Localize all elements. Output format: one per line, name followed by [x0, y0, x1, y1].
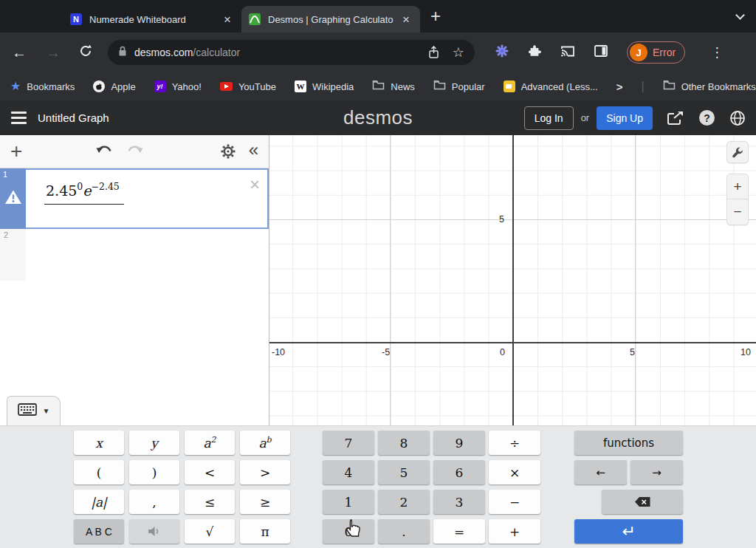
- warning-icon[interactable]: [4, 189, 22, 208]
- key-open-paren[interactable]: (: [74, 460, 124, 484]
- key-greater-equal[interactable]: ≥: [240, 490, 290, 514]
- key-a-power-b[interactable]: ab: [240, 431, 290, 455]
- browser-window: N Numerade Whiteboard × Desmos | Graphin…: [0, 0, 756, 548]
- extensions-puzzle-icon[interactable]: [528, 44, 541, 61]
- add-expression-button[interactable]: +: [10, 141, 22, 162]
- key-functions[interactable]: functions: [574, 431, 683, 455]
- main-menu-icon[interactable]: [11, 112, 27, 124]
- profile-status-label: Error: [653, 47, 676, 58]
- export-share-icon[interactable]: [667, 111, 684, 126]
- zoom-in-button[interactable]: +: [727, 174, 748, 199]
- undo-icon[interactable]: [96, 144, 114, 160]
- y-tick-label: 5: [499, 214, 504, 225]
- cast-icon[interactable]: [560, 45, 575, 61]
- key-enter[interactable]: ↵: [574, 519, 683, 544]
- youtube-icon: [220, 82, 233, 91]
- key-x[interactable]: x: [74, 431, 124, 455]
- expression-row-2[interactable]: 2: [0, 229, 269, 281]
- key-1[interactable]: 1: [323, 490, 374, 514]
- or-text: or: [581, 112, 590, 123]
- key-close-paren[interactable]: ): [129, 460, 179, 484]
- other-bookmarks[interactable]: Other Bookmarks: [663, 80, 756, 93]
- key-3[interactable]: 3: [433, 490, 485, 514]
- graph-paper[interactable]: -10 -5 0 5 10 5 + −: [269, 135, 756, 425]
- tab-title: Numerade Whiteboard: [89, 14, 221, 25]
- share-icon[interactable]: [428, 46, 439, 59]
- graph-title[interactable]: Untitled Graph: [38, 112, 109, 124]
- tab-desmos[interactable]: Desmos | Graphing Calculato ×: [241, 6, 420, 32]
- key-6[interactable]: 6: [433, 460, 485, 484]
- key-5[interactable]: 5: [378, 460, 430, 484]
- help-icon[interactable]: ?: [699, 110, 715, 126]
- bookmark-folder-popular[interactable]: Popular: [433, 80, 485, 93]
- bookmark-folder-news[interactable]: News: [372, 80, 415, 93]
- tab-numerade[interactable]: N Numerade Whiteboard ×: [63, 6, 241, 32]
- key-multiply[interactable]: ×: [489, 460, 540, 484]
- key-9[interactable]: 9: [433, 431, 485, 455]
- key-subtract[interactable]: −: [489, 490, 540, 514]
- expression-row-1[interactable]: 1 2.450e−2.45 ×: [0, 168, 269, 229]
- key-equals[interactable]: =: [433, 519, 485, 544]
- zoom-out-button[interactable]: −: [727, 199, 748, 225]
- key-pi[interactable]: π: [240, 519, 290, 544]
- browser-menu-icon[interactable]: ⋮: [710, 44, 724, 61]
- expression-input[interactable]: 2.450e−2.45 ×: [26, 168, 269, 229]
- delete-expression-icon[interactable]: ×: [250, 174, 260, 195]
- graph-settings-gear-icon[interactable]: [221, 144, 236, 159]
- tab-search-chevron-icon[interactable]: [737, 12, 744, 19]
- redo-icon[interactable]: [126, 144, 143, 160]
- key-y[interactable]: y: [129, 431, 179, 455]
- x-axis: [269, 342, 756, 343]
- numerade-favicon: N: [70, 13, 82, 25]
- forward-button[interactable]: →: [43, 44, 63, 61]
- key-less-equal[interactable]: ≤: [185, 490, 235, 514]
- expression-1-gutter[interactable]: 1: [0, 168, 26, 229]
- key-arrow-left[interactable]: ←: [574, 460, 627, 484]
- key-abs[interactable]: |a|: [74, 490, 124, 514]
- key-arrow-right[interactable]: →: [630, 460, 683, 484]
- key-abc[interactable]: A B C: [74, 519, 124, 544]
- key-decimal[interactable]: .: [378, 519, 430, 544]
- bookmark-youtube[interactable]: YouTube: [220, 81, 276, 92]
- key-0[interactable]: 0: [323, 519, 374, 544]
- folder-icon: [433, 80, 446, 93]
- bookmark-star-icon[interactable]: ☆: [453, 44, 464, 61]
- wikipedia-icon: W: [295, 81, 306, 92]
- profile-button[interactable]: J Error: [627, 41, 685, 64]
- key-7[interactable]: 7: [323, 431, 374, 455]
- key-comma[interactable]: ,: [129, 490, 179, 514]
- key-sqrt[interactable]: √: [185, 519, 235, 544]
- bookmark-apple[interactable]: Apple: [93, 81, 135, 92]
- key-backspace-icon[interactable]: [602, 490, 683, 514]
- bookmarks-overflow-chevron[interactable]: >: [616, 81, 623, 93]
- key-a-squared[interactable]: a2: [185, 431, 235, 455]
- key-greater-than[interactable]: >: [240, 460, 290, 484]
- close-tab-icon[interactable]: ×: [221, 13, 234, 26]
- key-less-than[interactable]: <: [185, 460, 235, 484]
- key-2[interactable]: 2: [378, 490, 430, 514]
- new-tab-button[interactable]: +: [430, 3, 441, 30]
- key-4[interactable]: 4: [323, 460, 374, 484]
- key-add[interactable]: +: [489, 519, 540, 544]
- address-bar[interactable]: desmos.com/calculator ☆: [108, 40, 475, 65]
- math-keypad: x y a2 ab ( ) < > |a| , ≤ ≥ A B C √ π 7 …: [0, 425, 756, 548]
- collapse-panel-icon[interactable]: «: [249, 140, 258, 160]
- sign-up-button[interactable]: Sign Up: [597, 106, 653, 130]
- back-button[interactable]: ←: [9, 44, 30, 61]
- sidepanel-icon[interactable]: [594, 45, 608, 60]
- key-divide[interactable]: ÷: [489, 431, 540, 455]
- key-8[interactable]: 8: [378, 431, 430, 455]
- bookmarks-bar: ★ Bookmarks Apple y! Yahoo! YouTube W Wi…: [0, 72, 756, 100]
- bookmark-bookmarks[interactable]: ★ Bookmarks: [10, 81, 75, 92]
- reload-button[interactable]: [75, 44, 96, 61]
- bookmark-yahoo[interactable]: y! Yahoo!: [154, 81, 202, 92]
- key-audio-speaker-icon[interactable]: [129, 519, 179, 544]
- graph-settings-wrench-button[interactable]: [726, 141, 749, 163]
- language-globe-icon[interactable]: [729, 110, 746, 126]
- bookmark-advanced[interactable]: Advanced (Less...: [504, 81, 598, 92]
- log-in-button[interactable]: Log In: [524, 106, 574, 130]
- extension-flower-icon[interactable]: [495, 44, 509, 61]
- bookmark-wikipedia[interactable]: W Wikipedia: [295, 81, 354, 92]
- keyboard-toggle[interactable]: ▼: [7, 396, 61, 425]
- close-tab-icon[interactable]: ×: [399, 13, 413, 26]
